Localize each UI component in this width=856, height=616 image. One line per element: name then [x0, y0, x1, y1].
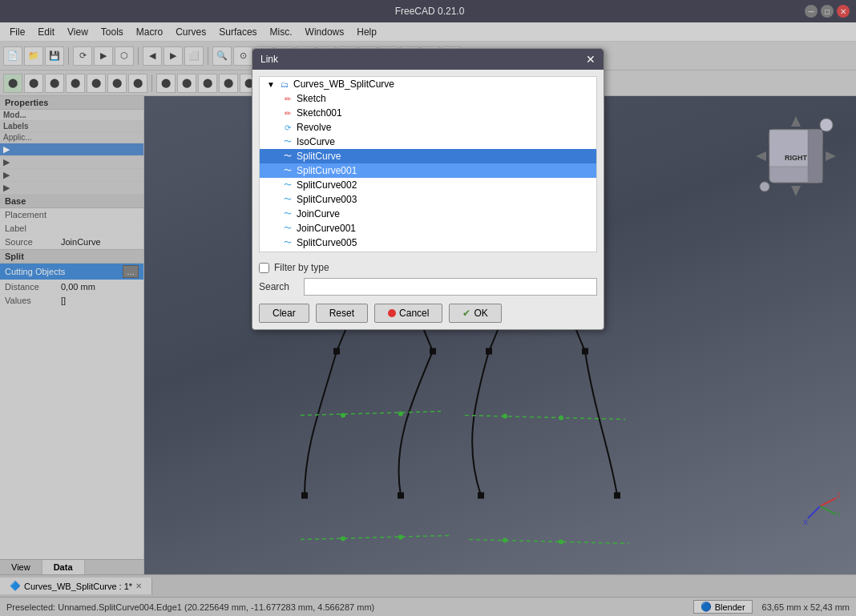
tree-root-item[interactable]: ▼ 🗂 Curves_WB_SplitCurve	[260, 77, 596, 91]
tree-item-label: IsoCurve	[297, 136, 335, 147]
clear-label: Clear	[273, 308, 296, 319]
clear-button[interactable]: Clear	[259, 304, 309, 323]
tree-item-label: JoinCurve	[297, 208, 340, 219]
link-dialog: Link ✕ ▼ 🗂 Curves_WB_SplitCurve ✏ Sketch…	[252, 48, 604, 330]
modal-overlay: Link ✕ ▼ 🗂 Curves_WB_SplitCurve ✏ Sketch…	[0, 0, 856, 616]
tree-item-label: SplitCurve003	[297, 194, 357, 205]
splitcurve003-icon: 〜	[282, 194, 293, 205]
isocurve-icon: 〜	[282, 136, 293, 147]
splitcurve-icon: 〜	[282, 151, 293, 162]
search-row: Search	[252, 276, 604, 297]
tree-item-splitcurve003[interactable]: 〜 SplitCurve003	[260, 192, 596, 207]
filter-by-type-label: Filter by type	[274, 262, 329, 273]
tree-item-isocurve[interactable]: 〜 IsoCurve	[260, 135, 596, 149]
cancel-red-dot	[388, 309, 396, 317]
tree-item-splitcurve001[interactable]: 〜 SplitCurve001	[260, 163, 596, 178]
tree-item-label: SplitCurve	[297, 151, 341, 162]
dialog-tree[interactable]: ▼ 🗂 Curves_WB_SplitCurve ✏ Sketch ✏ Sket…	[259, 76, 597, 252]
tree-item-label: SplitCurve002	[297, 179, 357, 191]
splitcurve005-icon: 〜	[282, 237, 293, 248]
cancel-label: Cancel	[399, 308, 429, 319]
sketch-icon: ✏	[282, 93, 293, 104]
tree-item-label: SplitCurve001	[297, 165, 357, 176]
tree-root-label: Curves_WB_SplitCurve	[293, 79, 394, 90]
search-input[interactable]	[304, 278, 597, 296]
tree-item-label: Sketch	[297, 93, 326, 104]
revolve-icon: ⟳	[282, 122, 293, 133]
tree-item-revolve[interactable]: ⟳ Revolve	[260, 120, 596, 135]
reset-label: Reset	[329, 308, 354, 319]
tree-item-sketch001[interactable]: ✏ Sketch001	[260, 106, 596, 120]
tree-item-joincurve001[interactable]: 〜 JoinCurve001	[260, 221, 596, 236]
tree-item-label: JoinCurve001	[297, 223, 356, 234]
tree-item-label: SplitCurve005	[297, 237, 357, 248]
filter-by-type-checkbox[interactable]	[259, 263, 269, 273]
ok-button[interactable]: ✔ OK	[449, 304, 501, 323]
sketch001-icon: ✏	[282, 107, 293, 119]
dialog-close-button[interactable]: ✕	[586, 53, 596, 66]
tree-item-joincurve[interactable]: 〜 JoinCurve	[260, 207, 596, 221]
tree-root-expander: ▼	[266, 79, 276, 89]
joincurve001-icon: 〜	[282, 223, 293, 234]
ok-label: OK	[474, 308, 487, 319]
tree-item-splitcurve[interactable]: 〜 SplitCurve	[260, 149, 596, 163]
splitcurve002-icon: 〜	[282, 179, 293, 191]
tree-item-splitcurve002[interactable]: 〜 SplitCurve002	[260, 178, 596, 192]
tree-item-sketch[interactable]: ✏ Sketch	[260, 91, 596, 106]
splitcurve001-icon: 〜	[282, 165, 293, 176]
tree-item-label: Revolve	[297, 122, 331, 133]
dialog-titlebar: Link ✕	[252, 49, 604, 70]
tree-root-icon: 🗂	[279, 79, 290, 90]
dialog-buttons: Clear Reset Cancel ✔ OK	[252, 297, 604, 329]
cancel-button[interactable]: Cancel	[374, 304, 442, 323]
tree-item-splitcurve005[interactable]: 〜 SplitCurve005	[260, 236, 596, 250]
reset-button[interactable]: Reset	[316, 304, 368, 323]
joincurve-icon: 〜	[282, 208, 293, 219]
filter-row: Filter by type	[252, 259, 604, 276]
dialog-title: Link	[260, 54, 278, 65]
search-label: Search	[259, 281, 299, 292]
tree-item-label: Sketch001	[297, 107, 342, 119]
ok-check-icon: ✔	[462, 308, 470, 319]
